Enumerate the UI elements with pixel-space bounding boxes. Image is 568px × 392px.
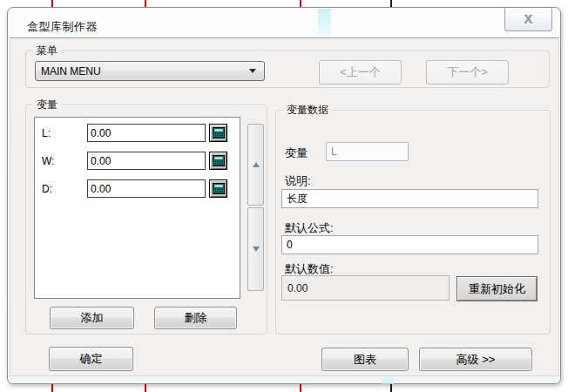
- calculator-icon: [213, 183, 225, 194]
- default-value-field: 0.00: [281, 275, 450, 301]
- chart-button[interactable]: 图表: [321, 348, 409, 371]
- variable-row-L: L:: [35, 124, 240, 143]
- variable-data-group-label: 变量数据: [283, 104, 332, 117]
- variable-name-label: L:: [42, 127, 51, 139]
- calculator-icon: [213, 155, 225, 166]
- up-arrow-icon: [253, 162, 260, 167]
- default-formula-caption: 默认公式:: [285, 220, 334, 236]
- down-arrow-icon: [253, 247, 260, 252]
- ok-button[interactable]: 确定: [49, 347, 133, 371]
- menu-group-label: 菜单: [33, 44, 61, 57]
- background-artifact-stripe-top: [318, 9, 331, 37]
- delete-button[interactable]: 删除: [154, 307, 237, 329]
- desktop-background: 盒型库制作器 X 菜单 MAIN MENU <上一个 下一个> 变量 L:: [0, 0, 568, 392]
- add-button[interactable]: 添加: [50, 307, 134, 329]
- variable-name-caption: 变量: [285, 145, 308, 161]
- calculator-button[interactable]: [209, 152, 227, 170]
- previous-button[interactable]: <上一个: [319, 60, 402, 84]
- variable-value-input[interactable]: [87, 179, 206, 198]
- selected-variable-field: [326, 142, 409, 161]
- advanced-button[interactable]: 高级 >>: [419, 348, 532, 371]
- menu-group: 菜单 MAIN MENU <上一个 下一个>: [25, 51, 550, 88]
- calculator-button[interactable]: [209, 179, 227, 198]
- close-button[interactable]: X: [504, 8, 552, 31]
- box-library-maker-dialog: 盒型库制作器 X 菜单 MAIN MENU <上一个 下一个> 变量 L:: [7, 7, 561, 384]
- variable-data-group: 变量数据 变量 说明: 默认公式: 默认数值: 0.00 重新初始化: [275, 110, 551, 335]
- move-up-button[interactable]: [247, 124, 264, 206]
- next-button[interactable]: 下一个>: [426, 60, 509, 84]
- variable-name-label: D:: [42, 183, 52, 195]
- move-down-button[interactable]: [247, 207, 264, 291]
- description-caption: 说明:: [285, 173, 311, 189]
- menu-combobox[interactable]: MAIN MENU: [35, 61, 265, 81]
- calculator-button[interactable]: [209, 124, 227, 142]
- background-artifact-stripe-bottom: [382, 375, 394, 384]
- reinitialize-button[interactable]: 重新初始化: [456, 276, 538, 301]
- variable-row-W: W:: [35, 152, 240, 171]
- variable-value-input[interactable]: [87, 152, 206, 170]
- variables-group: 变量 L:: [25, 105, 267, 335]
- close-icon: X: [524, 13, 532, 25]
- variables-list[interactable]: L:: [34, 117, 240, 299]
- description-input[interactable]: [281, 189, 538, 208]
- menu-combobox-value: MAIN MENU: [36, 65, 249, 78]
- calculator-icon: [213, 127, 225, 139]
- variable-value-input[interactable]: [87, 124, 206, 142]
- variable-row-D: D:: [35, 179, 240, 199]
- dropdown-arrow-icon: [249, 69, 256, 73]
- dialog-title: 盒型库制作器: [27, 19, 98, 35]
- default-formula-input[interactable]: [281, 235, 538, 254]
- variable-name-label: W:: [42, 155, 54, 167]
- variables-group-label: 变量: [33, 98, 61, 112]
